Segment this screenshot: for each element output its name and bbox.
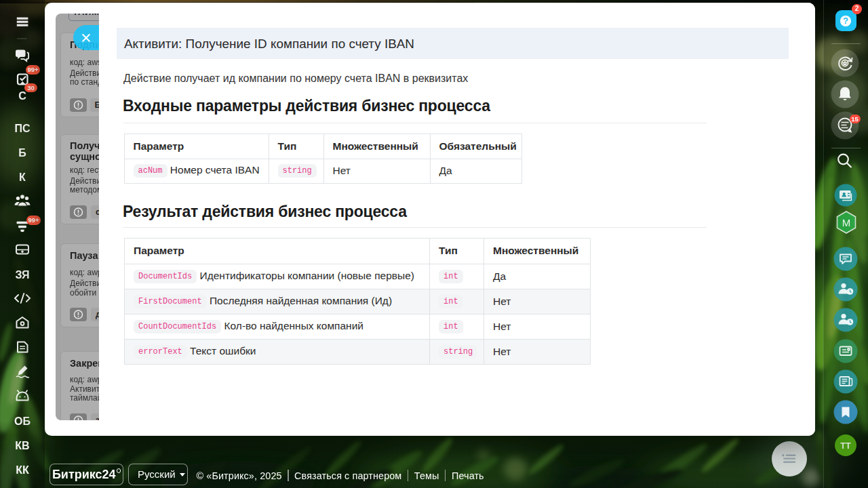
svg-text:M: M: [842, 217, 851, 228]
